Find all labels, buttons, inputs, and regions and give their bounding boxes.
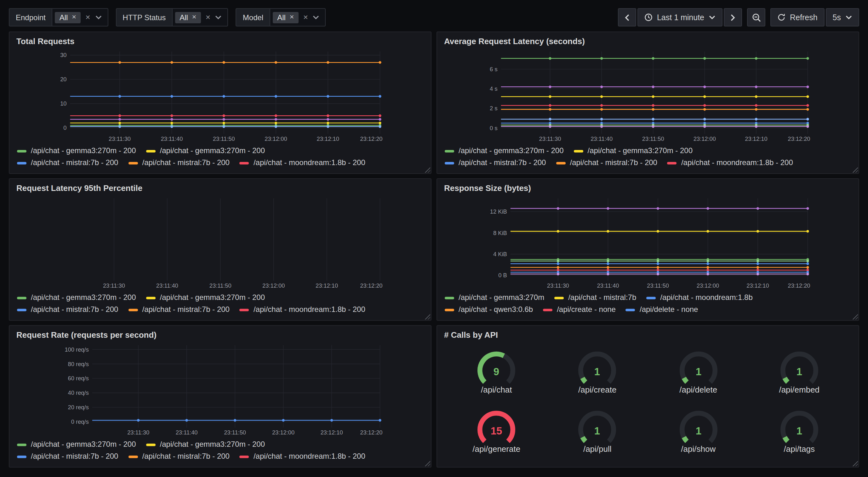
- filter-selected-chip[interactable]: All✕: [273, 12, 299, 23]
- time-range-picker-button[interactable]: Last 1 minute: [638, 8, 722, 27]
- legend-item[interactable]: /api/chat - gemma3:270m - 200: [146, 292, 265, 304]
- svg-text:23:12:00: 23:12:00: [693, 136, 716, 142]
- total-requests-chart[interactable]: 010203023:11:3023:11:4023:11:5023:12:002…: [16, 49, 425, 142]
- svg-text:23:11:50: 23:11:50: [213, 136, 235, 142]
- refresh-interval-dropdown[interactable]: 5s: [826, 8, 859, 27]
- legend-item[interactable]: /api/chat - gemma3:270m - 200: [17, 439, 136, 450]
- filter-http-status-select[interactable]: All✕✕: [172, 8, 228, 27]
- legend-item[interactable]: /api/chat - gemma3:270m: [445, 292, 544, 304]
- clear-filter-icon[interactable]: ✕: [85, 14, 91, 21]
- legend-row: /api/chat - gemma3:270m - 200/api/chat -…: [17, 292, 423, 304]
- chevron-down-icon[interactable]: [95, 15, 102, 20]
- svg-text:30: 30: [60, 52, 66, 58]
- svg-text:23:12:10: 23:12:10: [746, 282, 769, 289]
- filter-http-status: HTTP StatusAll✕✕: [116, 8, 228, 27]
- legend-item[interactable]: /api/chat - mistral:7b - 200: [128, 304, 229, 316]
- svg-text:23:11:50: 23:11:50: [647, 282, 669, 289]
- svg-text:23:11:40: 23:11:40: [597, 282, 619, 289]
- chip-remove-icon[interactable]: ✕: [192, 14, 196, 20]
- refresh-button[interactable]: Refresh: [770, 8, 825, 27]
- time-shift-back-button[interactable]: [618, 8, 636, 27]
- panel-response-size: Response Size (bytes) 0 B4 KiB8 KiB12 Ki…: [436, 178, 859, 321]
- legend-label: /api/chat - mistral:7b - 200: [570, 157, 657, 169]
- chevron-down-icon[interactable]: [313, 15, 320, 20]
- svg-text:23:11:30: 23:11:30: [539, 136, 561, 142]
- legend-label: /api/delete - none: [640, 304, 698, 316]
- panel-title[interactable]: Response Size (bytes): [437, 179, 859, 194]
- legend-item[interactable]: /api/chat - qwen3:0.6b: [445, 304, 533, 316]
- series-color-swatch: [543, 308, 552, 311]
- panel-body: 010203023:11:3023:11:4023:11:5023:12:002…: [9, 47, 431, 173]
- legend-item[interactable]: /api/chat - mistral:7b: [554, 292, 636, 304]
- svg-text:23:11:50: 23:11:50: [210, 282, 231, 289]
- legend-item[interactable]: /api/chat - gemma3:270m - 200: [574, 145, 693, 157]
- svg-text:23:12:20: 23:12:20: [360, 282, 382, 289]
- request-latency-p95-chart[interactable]: 23:11:3023:11:4023:11:5023:12:0023:12:10…: [16, 195, 425, 289]
- panel-total-requests: Total Requests 010203023:11:3023:11:4023…: [9, 31, 432, 174]
- legend-item[interactable]: /api/delete - none: [626, 304, 698, 316]
- series-color-swatch: [556, 161, 565, 164]
- chip-label: All: [60, 13, 68, 22]
- legend-label: /api/chat - mistral:7b - 200: [31, 157, 118, 169]
- legend-item[interactable]: /api/chat - moondream:1.8b - 200: [240, 157, 365, 169]
- gauge-title: /api/generate: [472, 444, 520, 453]
- legend-item[interactable]: /api/chat - mistral:7b - 200: [128, 450, 229, 463]
- clear-filter-icon[interactable]: ✕: [205, 14, 211, 21]
- panel-title[interactable]: Average Request Latency (seconds): [437, 32, 859, 47]
- legend-row: /api/chat - mistral:7b - 200/api/chat - …: [17, 450, 423, 463]
- svg-text:23:12:20: 23:12:20: [788, 282, 810, 289]
- series-color-swatch: [146, 150, 156, 152]
- series-color-swatch: [17, 161, 27, 164]
- filter-model-select[interactable]: All✕✕: [270, 8, 326, 27]
- legend-row: /api/chat - mistral:7b - 200/api/chat - …: [17, 157, 423, 169]
- chart-legend: /api/chat - gemma3:270m - 200/api/chat -…: [16, 289, 425, 316]
- panel-title[interactable]: Total Requests: [9, 32, 431, 47]
- series-color-swatch: [146, 443, 156, 446]
- clock-icon: [644, 13, 653, 22]
- response-size-chart[interactable]: 0 B4 KiB8 KiB12 KiB23:11:3023:11:4023:11…: [443, 195, 852, 289]
- filter-selected-chip[interactable]: All✕: [175, 12, 201, 23]
- chip-remove-icon[interactable]: ✕: [71, 14, 76, 20]
- average-request-latency-chart[interactable]: 0 s2 s4 s6 s23:11:3023:11:4023:11:5023:1…: [443, 49, 852, 142]
- time-shift-forward-button[interactable]: [724, 8, 742, 27]
- panel-title[interactable]: # Calls by API: [437, 326, 859, 341]
- legend-item[interactable]: /api/chat - gemma3:270m - 200: [146, 145, 265, 157]
- filter-selected-chip[interactable]: All✕: [55, 12, 81, 23]
- legend-item[interactable]: /api/chat - gemma3:270m - 200: [445, 145, 564, 157]
- legend-item[interactable]: /api/chat - mistral:7b - 200: [445, 157, 546, 169]
- legend-row: /api/chat - mistral:7b - 200/api/chat - …: [445, 157, 851, 169]
- panel-title[interactable]: Request Rate (requests per second): [9, 326, 431, 341]
- panel-title[interactable]: Request Latency 95th Percentile: [9, 179, 431, 194]
- legend-item[interactable]: /api/chat - mistral:7b - 200: [17, 450, 118, 463]
- legend-label: /api/chat - moondream:1.8b - 200: [253, 304, 365, 316]
- series-color-swatch: [17, 150, 27, 152]
- legend-label: /api/chat - gemma3:270m - 200: [160, 439, 265, 450]
- legend-item[interactable]: /api/chat - mistral:7b - 200: [17, 304, 118, 316]
- gauge-title: /api/chat: [481, 385, 512, 394]
- legend-item[interactable]: /api/chat - mistral:7b - 200: [17, 157, 118, 169]
- clear-filter-icon[interactable]: ✕: [303, 14, 308, 21]
- series-color-swatch: [574, 150, 583, 152]
- gauge-arc: 1: [672, 409, 725, 446]
- panel-calls-by-api: # Calls by API 9/api/chat1/api/create1/a…: [436, 325, 859, 468]
- legend-item[interactable]: /api/chat - mistral:7b - 200: [128, 157, 229, 169]
- svg-text:23:11:40: 23:11:40: [161, 136, 183, 142]
- legend-item[interactable]: /api/chat - mistral:7b - 200: [556, 157, 657, 169]
- legend-item[interactable]: /api/chat - moondream:1.8b - 200: [240, 450, 365, 463]
- request-rate-chart[interactable]: 0 req/s20 req/s40 req/s60 req/s80 req/s1…: [16, 342, 425, 436]
- chip-remove-icon[interactable]: ✕: [289, 14, 294, 20]
- legend-item[interactable]: /api/chat - gemma3:270m - 200: [146, 439, 265, 450]
- svg-text:6 s: 6 s: [490, 66, 497, 72]
- legend-item[interactable]: /api/chat - moondream:1.8b: [646, 292, 753, 304]
- zoom-out-button[interactable]: [747, 8, 765, 27]
- filter-endpoint-select[interactable]: All✕✕: [52, 8, 108, 27]
- legend-label: /api/chat - gemma3:270m - 200: [588, 145, 693, 157]
- chevron-down-icon[interactable]: [215, 15, 222, 20]
- panel-body: 23:11:3023:11:4023:11:5023:12:0023:12:10…: [9, 194, 431, 320]
- legend-item[interactable]: /api/chat - moondream:1.8b - 200: [240, 304, 365, 316]
- legend-item[interactable]: /api/create - none: [543, 304, 616, 316]
- legend-item[interactable]: /api/chat - gemma3:270m - 200: [17, 145, 136, 157]
- legend-item[interactable]: /api/chat - gemma3:270m - 200: [17, 292, 136, 304]
- refresh-label: Refresh: [790, 13, 817, 22]
- legend-item[interactable]: /api/chat - moondream:1.8b - 200: [668, 157, 793, 169]
